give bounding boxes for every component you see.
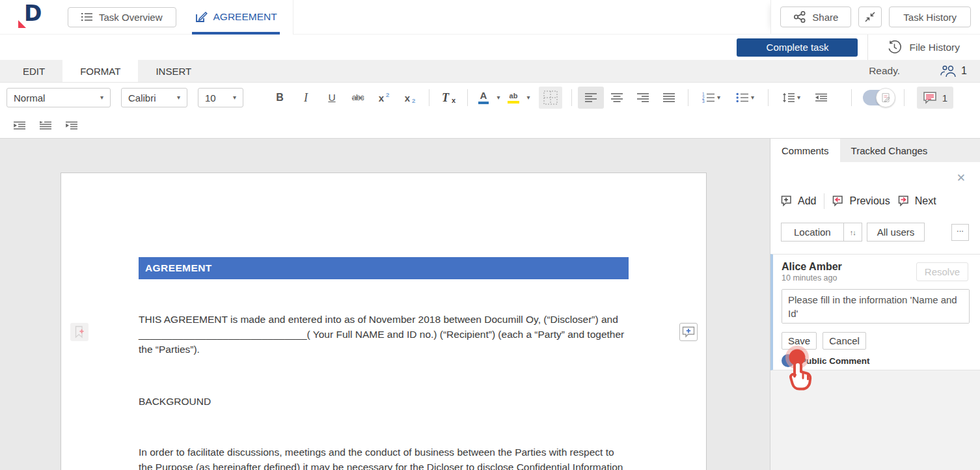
increase-indent-icon bbox=[13, 121, 26, 130]
highlight-color-button[interactable]: ab bbox=[504, 87, 523, 109]
decrease-indent-button[interactable] bbox=[808, 87, 834, 109]
tab-insert[interactable]: INSERT bbox=[138, 60, 209, 82]
next-comment-button[interactable]: Next bbox=[898, 195, 936, 207]
font-size-value: 10 bbox=[205, 92, 233, 104]
font-size-dropdown[interactable]: 10 ▾ bbox=[198, 88, 243, 107]
previous-comment-button[interactable]: Previous bbox=[832, 195, 890, 207]
increase-indent-button[interactable] bbox=[7, 115, 33, 137]
online-users-count: 1 bbox=[961, 65, 967, 77]
add-comment-button[interactable]: Add bbox=[781, 195, 816, 207]
numbered-list-button[interactable]: 123 ▾ bbox=[694, 87, 728, 109]
add-bookmark-button[interactable] bbox=[70, 323, 88, 341]
align-justify-button[interactable] bbox=[656, 87, 682, 109]
add-comment-icon bbox=[682, 326, 695, 338]
line-spacing-button[interactable]: ▾ bbox=[774, 87, 808, 109]
panel-tabs-filler bbox=[938, 139, 980, 162]
action-bar-right: Complete task File History bbox=[737, 35, 980, 60]
comment-header: Alice Amber 10 minutes ago Resolve bbox=[782, 261, 970, 283]
more-options-button[interactable]: ... bbox=[951, 224, 969, 241]
resolve-button[interactable]: Resolve bbox=[916, 262, 968, 281]
align-left-button[interactable] bbox=[578, 87, 604, 109]
task-overview-label: Task Overview bbox=[99, 12, 163, 23]
app-window: D Task Overview AGREEMENT Share bbox=[0, 0, 980, 470]
toggle-knob bbox=[876, 88, 895, 107]
share-icon bbox=[793, 11, 806, 23]
comments-panel: Comments Tracked Changes ✕ Add bbox=[770, 139, 980, 470]
add-comment-margin-button[interactable] bbox=[679, 323, 698, 341]
documill-logo[interactable]: D bbox=[17, 5, 46, 29]
tab-tracked-changes[interactable]: Tracked Changes bbox=[840, 139, 939, 162]
borders-button[interactable] bbox=[539, 87, 562, 109]
online-users-indicator[interactable]: 1 bbox=[940, 65, 967, 77]
subscript-button[interactable]: x2 bbox=[397, 87, 423, 109]
logo-letter: D bbox=[24, 1, 42, 26]
comment-textarea[interactable]: Please fill in the information 'Name and… bbox=[782, 289, 970, 324]
document-area: AGREEMENT THIS AGREEMENT is made and ent… bbox=[0, 139, 770, 470]
highlight-menu-button[interactable]: ▾ bbox=[523, 87, 534, 109]
document-page[interactable]: AGREEMENT THIS AGREEMENT is made and ent… bbox=[61, 173, 707, 470]
history-clock-icon bbox=[887, 40, 902, 55]
task-list-icon bbox=[81, 12, 93, 21]
tab-agreement-label: AGREEMENT bbox=[213, 11, 277, 23]
tab-comments[interactable]: Comments bbox=[770, 139, 840, 162]
task-history-label: Task History bbox=[903, 12, 957, 23]
share-button[interactable]: Share bbox=[780, 7, 851, 27]
first-line-indent-icon bbox=[39, 121, 52, 130]
bookmark-icon bbox=[74, 325, 85, 339]
align-center-button[interactable] bbox=[604, 87, 630, 109]
align-center-icon bbox=[611, 93, 623, 102]
align-right-button[interactable] bbox=[630, 87, 656, 109]
align-left-icon bbox=[585, 93, 597, 102]
paragraph-style-dropdown[interactable]: Normal ▾ bbox=[7, 88, 111, 107]
close-panel-button[interactable]: ✕ bbox=[957, 171, 966, 185]
font-color-button[interactable]: A bbox=[474, 87, 493, 109]
decrease-indent-icon bbox=[815, 93, 828, 102]
tracked-doc-icon bbox=[881, 92, 891, 103]
sort-direction-button[interactable]: ↑↓ bbox=[843, 223, 862, 241]
public-comment-toggle[interactable] bbox=[782, 354, 795, 367]
tab-edit[interactable]: EDIT bbox=[5, 60, 62, 82]
toolbar-divider bbox=[904, 89, 905, 106]
user-filter-dropdown[interactable]: All users bbox=[867, 223, 925, 242]
cancel-button[interactable]: Cancel bbox=[823, 332, 866, 350]
comment-card: Alice Amber 10 minutes ago Resolve Pleas… bbox=[770, 254, 980, 370]
sort-by-dropdown[interactable]: Location ↑↓ bbox=[781, 223, 862, 242]
numbered-list-icon: 123 bbox=[702, 92, 715, 103]
action-bar: Complete task File History bbox=[0, 35, 980, 60]
paragraph-style-value: Normal bbox=[14, 92, 100, 104]
font-color-menu-button[interactable]: ▾ bbox=[493, 87, 504, 109]
superscript-button[interactable]: x2 bbox=[371, 87, 397, 109]
comment-actions: Save Cancel bbox=[782, 332, 970, 350]
toolbar-divider bbox=[429, 89, 429, 106]
file-history-button[interactable]: File History bbox=[868, 35, 980, 60]
bold-button[interactable]: B bbox=[267, 87, 293, 109]
hanging-indent-button[interactable] bbox=[59, 115, 85, 137]
bullet-list-button[interactable]: ▾ bbox=[728, 87, 762, 109]
task-overview-button[interactable]: Task Overview bbox=[68, 7, 176, 27]
comment-visibility-row: Public Comment bbox=[782, 354, 970, 367]
comment-filter-row: Location ↑↓ All users ... bbox=[781, 223, 969, 242]
comments-count-button[interactable]: 1 bbox=[917, 87, 953, 109]
toolbar-divider bbox=[688, 89, 688, 106]
collapse-view-button[interactable] bbox=[858, 7, 882, 27]
task-history-button[interactable]: Task History bbox=[889, 7, 971, 27]
italic-button[interactable]: I bbox=[293, 87, 319, 109]
document-paragraph: In order to facilitate discussions, meet… bbox=[139, 445, 631, 470]
sort-by-value[interactable]: Location bbox=[782, 223, 843, 241]
borders-icon bbox=[543, 90, 558, 105]
panel-empty-area bbox=[770, 370, 980, 470]
tracked-changes-toggle[interactable] bbox=[863, 90, 893, 105]
indent-toolbar bbox=[0, 113, 980, 138]
font-color-swatch bbox=[478, 102, 489, 104]
tab-format[interactable]: FORMAT bbox=[62, 60, 138, 82]
caret-down-icon: ▾ bbox=[233, 94, 236, 101]
users-icon bbox=[940, 65, 957, 77]
tab-agreement[interactable]: AGREEMENT bbox=[192, 0, 293, 35]
complete-task-button[interactable]: Complete task bbox=[737, 38, 858, 57]
underline-button[interactable]: U bbox=[319, 87, 345, 109]
clear-formatting-button[interactable]: Tx bbox=[435, 87, 461, 109]
save-button[interactable]: Save bbox=[782, 332, 817, 350]
first-line-indent-button[interactable] bbox=[33, 115, 59, 137]
font-family-dropdown[interactable]: Calibri ▾ bbox=[121, 88, 187, 107]
strikethrough-button[interactable]: abc bbox=[345, 87, 371, 109]
